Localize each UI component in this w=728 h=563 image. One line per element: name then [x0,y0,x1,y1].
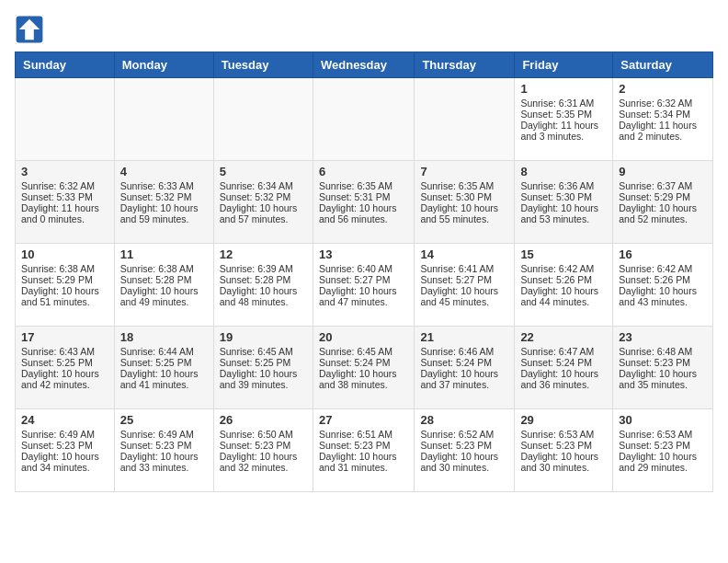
calendar-cell: 3Sunrise: 6:32 AMSunset: 5:33 PMDaylight… [16,161,115,244]
calendar-cell: 11Sunrise: 6:38 AMSunset: 5:28 PMDayligh… [114,244,213,327]
day-info: Daylight: 10 hours and 37 minutes. [420,368,508,390]
calendar-cell: 4Sunrise: 6:33 AMSunset: 5:32 PMDaylight… [114,161,213,244]
day-info: Sunset: 5:28 PM [120,274,208,285]
day-number: 10 [21,247,108,261]
day-info: Sunset: 5:34 PM [619,109,707,120]
day-number: 14 [420,247,508,261]
day-number: 26 [220,413,307,427]
calendar: SundayMondayTuesdayWednesdayThursdayFrid… [15,52,713,492]
day-info: Daylight: 10 hours and 30 minutes. [420,451,508,473]
calendar-cell: 6Sunrise: 6:35 AMSunset: 5:31 PMDaylight… [313,161,414,244]
day-info: Sunrise: 6:48 AM [619,346,707,357]
calendar-cell: 5Sunrise: 6:34 AMSunset: 5:32 PMDaylight… [213,161,313,244]
day-number: 25 [120,413,208,427]
day-info: Sunrise: 6:31 AM [520,98,607,109]
calendar-cell: 21Sunrise: 6:46 AMSunset: 5:24 PMDayligh… [415,327,515,409]
day-info: Daylight: 10 hours and 31 minutes. [319,451,408,473]
day-info: Sunset: 5:30 PM [520,191,607,202]
day-info: Daylight: 11 hours and 2 minutes. [619,120,707,142]
day-info: Sunrise: 6:41 AM [420,263,508,274]
day-info: Sunrise: 6:46 AM [420,346,508,357]
day-number: 15 [520,247,607,261]
day-info: Sunset: 5:32 PM [120,191,208,202]
day-number: 30 [619,413,707,427]
day-number: 24 [21,413,108,427]
calendar-cell: 13Sunrise: 6:40 AMSunset: 5:27 PMDayligh… [313,244,414,327]
day-info: Daylight: 11 hours and 0 minutes. [21,202,108,224]
day-info: Sunrise: 6:42 AM [619,263,707,274]
day-info: Sunset: 5:23 PM [120,440,208,451]
day-info: Sunrise: 6:33 AM [120,180,208,191]
day-info: Sunset: 5:35 PM [520,109,607,120]
day-info: Sunrise: 6:37 AM [619,180,707,191]
day-info: Sunset: 5:27 PM [420,274,508,285]
day-info: Sunrise: 6:32 AM [619,98,707,109]
day-number: 18 [120,330,208,344]
day-info: Daylight: 10 hours and 30 minutes. [520,451,607,473]
day-info: Daylight: 10 hours and 51 minutes. [21,285,108,307]
day-number: 6 [319,165,408,178]
day-info: Daylight: 10 hours and 34 minutes. [21,451,108,473]
day-info: Sunset: 5:24 PM [319,357,408,368]
day-info: Sunrise: 6:44 AM [120,346,208,357]
day-info: Sunrise: 6:45 AM [220,346,307,357]
calendar-cell: 22Sunrise: 6:47 AMSunset: 5:24 PMDayligh… [515,327,613,409]
calendar-week-row: 3Sunrise: 6:32 AMSunset: 5:33 PMDaylight… [16,161,713,244]
day-info: Daylight: 10 hours and 32 minutes. [220,451,307,473]
day-info: Sunrise: 6:49 AM [21,429,108,440]
calendar-cell: 1Sunrise: 6:31 AMSunset: 5:35 PMDaylight… [515,78,613,161]
day-number: 1 [520,82,607,96]
day-info: Sunrise: 6:34 AM [220,180,307,191]
day-number: 23 [619,330,707,344]
calendar-week-row: 1Sunrise: 6:31 AMSunset: 5:35 PMDaylight… [16,78,713,161]
day-info: Daylight: 10 hours and 35 minutes. [619,368,707,390]
calendar-cell: 26Sunrise: 6:50 AMSunset: 5:23 PMDayligh… [213,409,313,492]
day-info: Sunset: 5:28 PM [220,274,307,285]
day-number: 3 [21,165,108,178]
calendar-cell: 29Sunrise: 6:53 AMSunset: 5:23 PMDayligh… [515,409,613,492]
day-info: Sunset: 5:25 PM [21,357,108,368]
day-info: Sunset: 5:33 PM [21,191,108,202]
day-info: Sunrise: 6:38 AM [21,263,108,274]
day-info: Sunrise: 6:49 AM [120,429,208,440]
day-info: Sunset: 5:26 PM [619,274,707,285]
day-info: Daylight: 10 hours and 44 minutes. [520,285,607,307]
day-info: Daylight: 10 hours and 45 minutes. [420,285,508,307]
day-info: Sunrise: 6:53 AM [619,429,707,440]
day-number: 16 [619,247,707,261]
calendar-cell [114,78,213,161]
day-info: Sunrise: 6:53 AM [520,429,607,440]
day-number: 20 [319,330,408,344]
day-info: Sunset: 5:31 PM [319,191,408,202]
day-info: Sunset: 5:24 PM [420,357,508,368]
day-info: Sunset: 5:25 PM [120,357,208,368]
day-info: Sunrise: 6:39 AM [220,263,307,274]
calendar-cell: 19Sunrise: 6:45 AMSunset: 5:25 PMDayligh… [213,327,313,409]
day-number: 12 [220,247,307,261]
day-info: Sunrise: 6:52 AM [420,429,508,440]
calendar-cell: 17Sunrise: 6:43 AMSunset: 5:25 PMDayligh… [16,327,115,409]
day-info: Sunset: 5:26 PM [520,274,607,285]
day-number: 2 [619,82,707,96]
calendar-week-row: 24Sunrise: 6:49 AMSunset: 5:23 PMDayligh… [16,409,713,492]
day-info: Sunset: 5:29 PM [619,191,707,202]
day-info: Daylight: 10 hours and 29 minutes. [619,451,707,473]
calendar-header-row: SundayMondayTuesdayWednesdayThursdayFrid… [16,52,713,78]
day-info: Sunset: 5:30 PM [420,191,508,202]
day-info: Sunset: 5:27 PM [319,274,408,285]
calendar-cell: 2Sunrise: 6:32 AMSunset: 5:34 PMDaylight… [613,78,713,161]
day-info: Daylight: 10 hours and 39 minutes. [220,368,307,390]
day-number: 21 [420,330,508,344]
calendar-cell: 15Sunrise: 6:42 AMSunset: 5:26 PMDayligh… [515,244,613,327]
day-number: 5 [220,165,307,178]
day-number: 27 [319,413,408,427]
calendar-cell: 30Sunrise: 6:53 AMSunset: 5:23 PMDayligh… [613,409,713,492]
day-info: Sunrise: 6:45 AM [319,346,408,357]
day-info: Daylight: 10 hours and 55 minutes. [420,202,508,224]
day-info: Sunrise: 6:35 AM [420,180,508,191]
calendar-week-row: 10Sunrise: 6:38 AMSunset: 5:29 PMDayligh… [16,244,713,327]
day-info: Daylight: 10 hours and 42 minutes. [21,368,108,390]
calendar-cell: 8Sunrise: 6:36 AMSunset: 5:30 PMDaylight… [515,161,613,244]
calendar-cell: 25Sunrise: 6:49 AMSunset: 5:23 PMDayligh… [114,409,213,492]
day-info: Sunrise: 6:50 AM [220,429,307,440]
